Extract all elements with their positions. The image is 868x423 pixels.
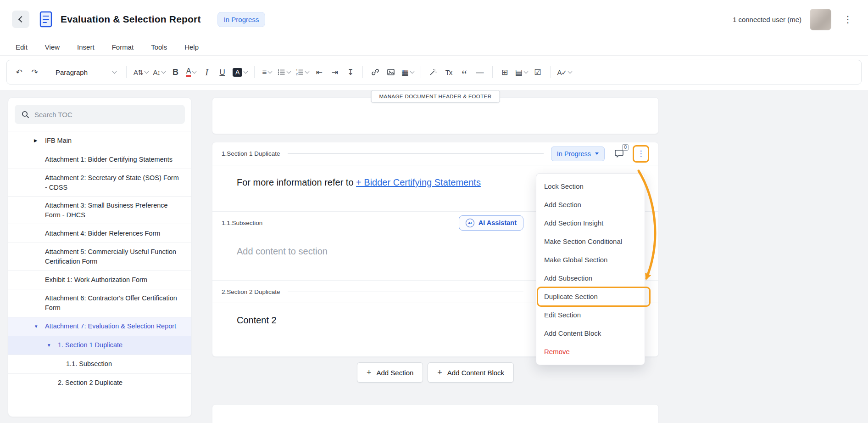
toc-search-input[interactable]	[34, 111, 178, 118]
manage-header-footer-button[interactable]: MANAGE DOCUMENT HEADER & FOOTER	[371, 90, 500, 103]
context-menu-item[interactable]: Make Section Conditional	[536, 232, 645, 251]
user-avatar[interactable]	[810, 9, 831, 30]
chevron-down-icon	[112, 69, 117, 73]
underline-icon: U	[219, 68, 225, 76]
toc-item-label: 2. Section 2 Duplicate	[58, 378, 122, 388]
add-content-block-button[interactable]: + Add Content Block	[428, 362, 514, 383]
menu-item[interactable]: Tools	[151, 43, 167, 51]
section-1-label: 1.Section 1 Duplicate	[222, 150, 280, 157]
back-button[interactable]	[12, 11, 29, 28]
document-actions-row: + Add Section + Add Content Block	[212, 362, 659, 383]
review-check-button[interactable]: ☑	[530, 63, 545, 81]
image-icon	[387, 68, 395, 76]
toc-tree-item[interactable]: Attachment 5: Commercially Useful Functi…	[8, 243, 191, 270]
ai-assistant-button[interactable]: AI AI Assistant	[459, 215, 523, 231]
outdent-button[interactable]: ⇤	[312, 63, 327, 81]
highlight-color-button[interactable]: A	[230, 63, 250, 81]
spellcheck-button[interactable]: A✓	[555, 63, 574, 81]
outdent-icon: ⇤	[316, 68, 323, 76]
toc-tree-item[interactable]: Attachment 1: Bidder Certifying Statemen…	[8, 150, 191, 169]
indent-button[interactable]: ⇥	[327, 63, 342, 81]
expand-icon	[34, 323, 38, 329]
add-block-button[interactable]: ⊞	[497, 63, 512, 81]
bold-icon: B	[172, 68, 178, 76]
horizontal-rule-button[interactable]: —	[473, 63, 488, 81]
toc-tree-item[interactable]: Attachment 7: Evaluation & Selection Rep…	[8, 317, 191, 336]
bold-button[interactable]: B	[168, 63, 183, 81]
context-menu-item[interactable]: Duplicate Section	[536, 288, 645, 306]
font-size-button[interactable]: A⇅	[131, 63, 150, 81]
toc-tree-item[interactable]: IFB Main	[8, 131, 191, 150]
insert-table-button[interactable]: ▦	[399, 63, 416, 81]
numbered-list-button[interactable]: 1 2	[293, 63, 311, 81]
undo-button[interactable]: ↶	[11, 63, 27, 81]
add-section-label: Add Section	[376, 369, 413, 377]
context-menu-item[interactable]: Add Subsection	[536, 269, 645, 288]
title-bar: Evaluation & Selection Report In Progres…	[0, 0, 868, 39]
header-kebab-menu-button[interactable]: ⋮	[840, 12, 856, 27]
document-header-area[interactable]	[212, 97, 659, 134]
toc-tree-item[interactable]: Attachment 6: Contractor's Offer Certifi…	[8, 289, 191, 316]
document-icon	[39, 11, 53, 28]
italic-button[interactable]: I	[199, 63, 214, 81]
section-kebab-menu-button[interactable]: ⋮	[634, 149, 648, 158]
toc-tree-item[interactable]: 1.1. Subsection	[8, 355, 191, 373]
toc-tree-item[interactable]: Attachment 3: Small Business Preference …	[8, 196, 191, 224]
svg-text:2: 2	[296, 73, 298, 76]
ai-icon: AI	[466, 219, 474, 227]
underline-button[interactable]: U	[215, 63, 230, 81]
indent-icon: ⇥	[332, 68, 338, 76]
menu-item[interactable]: Edit	[16, 43, 28, 51]
context-menu-item[interactable]: Lock Section	[536, 177, 645, 196]
magic-format-button[interactable]	[426, 63, 441, 81]
context-menu-item[interactable]: Edit Section	[536, 306, 645, 324]
insert-below-button[interactable]: ↧	[343, 63, 358, 81]
context-menu-item[interactable]: Add Section	[536, 196, 645, 214]
chevron-down-icon	[410, 69, 414, 73]
menu-item[interactable]: Format	[112, 43, 134, 51]
app-window: Evaluation & Selection Report In Progres…	[0, 0, 868, 423]
bidder-certifying-statements-link[interactable]: + Bidder Certifying Statements	[356, 177, 481, 187]
context-menu-item[interactable]: Make Global Section	[536, 251, 645, 269]
add-section-button[interactable]: + Add Section	[357, 362, 423, 383]
insert-image-button[interactable]	[383, 63, 398, 81]
page-title: Evaluation & Selection Report	[61, 14, 201, 25]
paragraph-style-dropdown[interactable]: Paragraph	[52, 63, 122, 81]
toc-tree-item[interactable]: Exhibit 1: Work Authorization Form	[8, 270, 191, 289]
menu-item[interactable]: Insert	[77, 43, 95, 51]
clear-formatting-button[interactable]: Tx	[441, 63, 456, 81]
section-status-dropdown[interactable]: In Progress	[551, 147, 605, 161]
align-button[interactable]: ≡	[259, 63, 274, 81]
caret-down-icon	[595, 152, 599, 155]
chevron-down-icon	[568, 69, 573, 73]
redo-button[interactable]: ↷	[27, 63, 42, 81]
section-1-header-row: 1.Section 1 Duplicate In Progress 0 ⋮	[212, 142, 658, 165]
chevron-left-icon	[18, 16, 25, 23]
comments-button[interactable]: 0	[613, 147, 625, 160]
document-status-badge: In Progress	[217, 12, 266, 27]
line-height-button[interactable]: A↕	[151, 63, 168, 81]
toc-tree-item[interactable]: 2. Section 2 Duplicate	[8, 373, 191, 392]
toc-tree-item[interactable]: Attachment 2: Secretary of State (SOS) F…	[8, 169, 191, 196]
section-status-value: In Progress	[557, 150, 591, 158]
toc-tree-item[interactable]: Attachment 4: Bidder References Form	[8, 224, 191, 243]
toc-item-label: 1. Section 1 Duplicate	[58, 340, 122, 350]
document-footer-area[interactable]	[212, 404, 659, 423]
section-leader-line	[288, 292, 523, 292]
context-menu-item[interactable]: Add Section Insight	[536, 214, 645, 232]
text-color-button[interactable]: A	[184, 63, 199, 81]
section-context-menu: Lock Section Add Section Add Section Ins…	[536, 173, 645, 365]
svg-text:1: 1	[296, 68, 298, 72]
template-button[interactable]: ▤	[513, 63, 530, 81]
toc-tree-item[interactable]: 1. Section 1 Duplicate	[8, 336, 191, 355]
context-menu-item[interactable]: Remove	[536, 343, 645, 361]
menu-bar: EditViewInsertFormatToolsHelp	[0, 39, 868, 56]
context-menu-item[interactable]: Add Content Block	[536, 324, 645, 343]
menu-item[interactable]: Help	[184, 43, 199, 51]
menu-item[interactable]: View	[45, 43, 60, 51]
link-button[interactable]	[367, 63, 383, 81]
bullet-list-button[interactable]	[275, 63, 293, 81]
bullet-list-icon	[277, 68, 285, 76]
toc-item-label: Attachment 1: Bidder Certifying Statemen…	[45, 155, 172, 164]
blockquote-button[interactable]: “	[457, 63, 472, 81]
